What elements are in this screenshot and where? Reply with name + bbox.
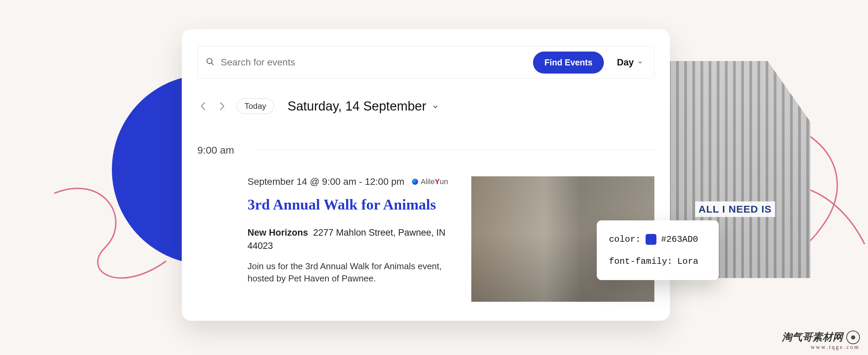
style-callout: color: #263AD0 font-family: Lora	[597, 220, 719, 280]
search-input[interactable]	[221, 57, 526, 68]
event-title[interactable]: 3rd Annual Walk for Animals	[248, 196, 458, 214]
event-badge-text: AlileYun	[421, 177, 448, 186]
watermark-text: 淘气哥素材网	[782, 330, 843, 344]
svg-point-0	[207, 58, 212, 63]
event-datetime: September 14 @ 9:00 am - 12:00 pm	[248, 176, 405, 187]
event-venue: New Horizons 2277 Mahlon Street, Pawnee,…	[248, 226, 458, 253]
callout-color-value: #263AD0	[661, 234, 698, 244]
callout-font-value: Lora	[677, 256, 698, 267]
date-nav-row: Today Saturday, 14 September	[197, 98, 654, 114]
callout-font-row: font-family: Lora	[609, 256, 707, 267]
time-divider	[256, 150, 654, 150]
event-info: September 14 @ 9:00 am - 12:00 pm AlileY…	[248, 176, 458, 302]
search-icon	[206, 57, 215, 67]
cloud-icon	[412, 179, 418, 185]
event-badge: AlileYun	[412, 177, 448, 186]
chevron-down-icon	[432, 99, 439, 114]
top-bar: Find Events Day	[197, 46, 654, 79]
next-day-button[interactable]	[216, 100, 228, 112]
watermark-icon: ☻	[846, 331, 860, 344]
chevron-down-icon	[637, 57, 643, 68]
event-item: September 14 @ 9:00 am - 12:00 pm AlileY…	[248, 176, 654, 302]
date-heading-text: Saturday, 14 September	[288, 99, 426, 114]
color-swatch	[646, 234, 656, 245]
watermark-url: www.tqge.com	[782, 344, 860, 350]
callout-color-label: color:	[609, 234, 641, 244]
view-selector[interactable]: Day	[611, 57, 646, 68]
search-wrap	[206, 57, 526, 68]
prev-day-button[interactable]	[197, 100, 209, 112]
today-button[interactable]: Today	[237, 98, 274, 114]
callout-font-label: font-family:	[609, 256, 672, 267]
decorative-squiggle-left	[44, 180, 180, 298]
tshirt-text: ALL I NEED IS	[695, 201, 775, 217]
callout-color-row: color: #263AD0	[609, 234, 707, 245]
time-slot-row: 9:00 am	[197, 144, 654, 156]
event-description: Join us for the 3rd Annual Walk for Anim…	[248, 260, 458, 285]
event-venue-name: New Horizons	[248, 228, 308, 238]
view-selector-label: Day	[617, 57, 634, 68]
watermark: 淘气哥素材网 ☻ www.tqge.com	[782, 330, 860, 350]
find-events-button[interactable]: Find Events	[533, 52, 604, 74]
event-datetime-row: September 14 @ 9:00 am - 12:00 pm AlileY…	[248, 176, 458, 187]
time-label: 9:00 am	[197, 144, 245, 156]
svg-line-1	[211, 63, 214, 65]
date-heading[interactable]: Saturday, 14 September	[288, 99, 439, 114]
